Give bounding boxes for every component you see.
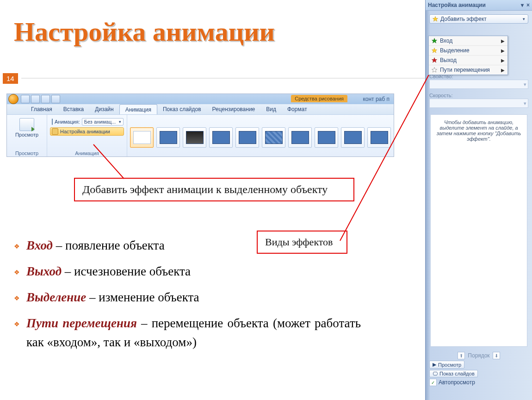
- animation-pane: Настройка анимации ▾ × Добавить эффект ▾…: [425, 0, 532, 400]
- tab-design[interactable]: Дизайн: [89, 104, 119, 114]
- star-yellow-icon: [432, 48, 437, 53]
- custom-animation-button[interactable]: Настройка анимации: [50, 127, 124, 136]
- svg-marker-2: [432, 48, 437, 53]
- play-button[interactable]: ▶Просмотр: [429, 361, 464, 369]
- menu-label: Выделение: [440, 47, 470, 54]
- qat-save-icon[interactable]: [21, 95, 30, 103]
- slide-title: Настройка анимации: [14, 16, 275, 47]
- menu-item-motion-paths[interactable]: Пути перемещения ▶: [429, 65, 507, 75]
- pane-header: Настройка анимации ▾ ×: [426, 0, 532, 11]
- tab-home[interactable]: Главная: [25, 104, 58, 114]
- transition-item-icon[interactable]: [341, 127, 365, 148]
- speed-label: Скорость:: [429, 93, 528, 98]
- pane-dropdown-icon[interactable]: ▾: [521, 2, 524, 8]
- slideshow-button[interactable]: 🖵Показ слайдов: [429, 370, 478, 377]
- animate-icon: [52, 119, 53, 125]
- property-dropdown[interactable]: ▾: [429, 80, 528, 89]
- tab-view[interactable]: Вид: [260, 104, 282, 114]
- chevron-right-icon: ▶: [501, 38, 505, 44]
- callout-add-effect: Добавить эффект анимации к выделенному о…: [74, 178, 354, 201]
- tab-format[interactable]: Формат: [282, 104, 313, 114]
- autopreview-checkbox[interactable]: ✓: [429, 379, 437, 386]
- list-item: ❖ Вход – появление объекта: [14, 236, 361, 256]
- custom-animation-label: Настройка анимации: [60, 129, 110, 134]
- animation-dropdown-row[interactable]: Анимация: Без анимац...▾: [50, 117, 124, 126]
- transition-item-icon[interactable]: [209, 127, 233, 148]
- tab-animation[interactable]: Анимация: [119, 104, 157, 114]
- effect-type-menu: Вход ▶ Выделение ▶ Выход ▶ Пути перемеще…: [428, 36, 508, 75]
- gear-star-icon: [52, 128, 58, 135]
- transition-item-icon[interactable]: [288, 127, 312, 148]
- office-button-icon[interactable]: [8, 94, 19, 104]
- menu-label: Пути перемещения: [440, 67, 490, 73]
- monitor-icon: 🖵: [433, 371, 438, 376]
- list-item: ❖ Пути перемещения – перемещение объекта…: [14, 314, 361, 353]
- transition-item-icon[interactable]: [262, 127, 285, 148]
- menu-label: Вход: [440, 38, 452, 44]
- svg-marker-3: [432, 58, 437, 63]
- pane-hint: Чтобы добавить анимацию, выделите элемен…: [430, 114, 527, 347]
- term: Вход: [26, 238, 53, 252]
- divider: [21, 78, 442, 79]
- property-field: Свойство: ▾: [429, 74, 528, 89]
- bullet-icon: ❖: [14, 294, 20, 304]
- menu-item-exit[interactable]: Выход ▶: [429, 56, 507, 65]
- chevron-right-icon: ▶: [501, 48, 505, 53]
- group-preview-label: Просмотр: [10, 150, 44, 156]
- animation-dropdown[interactable]: Без анимац...▾: [82, 118, 124, 125]
- transition-item-icon[interactable]: [367, 127, 391, 148]
- transition-item-icon[interactable]: [183, 127, 206, 148]
- qat-item-icon[interactable]: [51, 95, 60, 103]
- add-effect-button[interactable]: Добавить эффект ▾: [429, 14, 528, 24]
- tab-slideshow[interactable]: Показ слайдов: [157, 104, 207, 114]
- svg-marker-1: [432, 38, 437, 44]
- chevron-right-icon: ▶: [501, 58, 505, 63]
- animation-label: Анимация:: [55, 119, 80, 125]
- group-animation: Анимация: Без анимац...▾ Настройка анима…: [47, 115, 127, 156]
- transition-gallery[interactable]: [127, 115, 394, 156]
- definition: – исчезновение объекта: [62, 264, 191, 278]
- svg-marker-4: [432, 68, 437, 73]
- bullet-icon: ❖: [14, 319, 20, 330]
- group-animation-label: Анимация: [50, 150, 124, 156]
- list-item: ❖ Выделение – изменение объекта: [14, 288, 361, 307]
- transition-none-icon[interactable]: [130, 127, 154, 148]
- definition: – изменение объекта: [86, 290, 199, 304]
- order-label: Порядок: [468, 352, 489, 359]
- add-effect-label: Добавить эффект: [440, 16, 487, 22]
- transition-item-icon[interactable]: [235, 127, 259, 148]
- order-up-icon[interactable]: ⬆: [458, 352, 465, 359]
- qat-redo-icon[interactable]: [41, 95, 50, 103]
- page-number: 14: [3, 73, 18, 84]
- pane-close-icon[interactable]: ×: [526, 2, 530, 8]
- star-red-icon: [432, 57, 437, 63]
- bullet-list: ❖ Вход – появление объекта ❖ Выход – исч…: [14, 236, 361, 359]
- preview-icon[interactable]: [19, 118, 34, 131]
- order-down-icon[interactable]: ⬇: [493, 352, 500, 359]
- tab-insert[interactable]: Вставка: [58, 104, 90, 114]
- chevron-right-icon: ▶: [501, 68, 505, 73]
- term: Пути перемещения: [26, 316, 137, 330]
- transition-item-icon[interactable]: [156, 127, 180, 148]
- transition-item-icon[interactable]: [315, 127, 338, 148]
- term: Выделение: [26, 290, 86, 304]
- chevron-down-icon: ▾: [523, 17, 525, 21]
- ribbon-body: Просмотр Просмотр Анимация: Без анимац..…: [7, 114, 394, 156]
- menu-item-emphasis[interactable]: Выделение ▶: [429, 46, 507, 56]
- play-icon: ▶: [433, 362, 436, 368]
- ribbon-screenshot: Средства рисования конт раб п Главная Вс…: [6, 94, 394, 157]
- ribbon-tabs: Главная Вставка Дизайн Анимация Показ сл…: [7, 104, 394, 114]
- menu-item-entrance[interactable]: Вход ▶: [429, 36, 507, 46]
- svg-marker-0: [433, 17, 438, 22]
- star-green-icon: [432, 38, 437, 44]
- pane-footer: ⬆ Порядок ⬇ ▶Просмотр 🖵Показ слайдов ✓ А…: [426, 349, 532, 389]
- speed-field: Скорость: ▾: [429, 93, 528, 108]
- term: Выход: [26, 264, 62, 278]
- definition: – появление объекта: [53, 238, 165, 252]
- speed-dropdown[interactable]: ▾: [429, 99, 528, 108]
- bullet-icon: ❖: [14, 268, 20, 278]
- star-outline-icon: [432, 67, 437, 73]
- tab-review[interactable]: Рецензирование: [207, 104, 261, 114]
- qat-undo-icon[interactable]: [31, 95, 40, 103]
- preview-button[interactable]: Просмотр: [10, 132, 44, 138]
